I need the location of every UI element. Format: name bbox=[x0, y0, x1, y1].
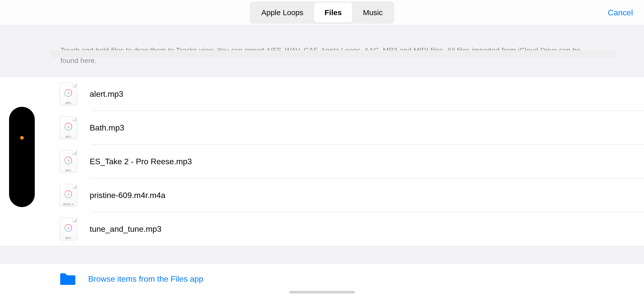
file-row[interactable]: ♪ MP3 Bath.mp3 bbox=[0, 111, 644, 145]
file-name: alert.mp3 bbox=[90, 89, 123, 99]
file-name: tune_and_tune.mp3 bbox=[90, 224, 162, 234]
file-type-label: MP3 bbox=[60, 102, 77, 105]
recording-indicator-dot bbox=[20, 136, 24, 140]
file-type-label: MP3 bbox=[60, 237, 77, 240]
audio-file-icon: ♪ MP3 bbox=[59, 83, 77, 105]
tab-files[interactable]: Files bbox=[314, 3, 352, 23]
audio-file-icon: ♪ MP3 bbox=[59, 116, 77, 139]
audio-file-icon: ♪ MP3 bbox=[59, 218, 77, 240]
home-indicator[interactable] bbox=[289, 291, 355, 293]
browse-files-label: Browse items from the Files app bbox=[88, 274, 203, 284]
audio-file-icon: ♪ MP3 bbox=[59, 150, 77, 173]
dynamic-island bbox=[9, 107, 35, 207]
search-field-bottom[interactable] bbox=[50, 50, 616, 58]
header-bar: Apple Loops Files Music Cancel bbox=[0, 0, 644, 25]
audio-file-icon: ♪ MPEG 4 bbox=[59, 184, 77, 207]
file-list: ♪ MP3 alert.mp3 ♪ MP3 Bath.mp3 ♪ MP3 ES_… bbox=[0, 77, 644, 246]
file-type-label: MPEG 4 bbox=[60, 203, 77, 206]
file-row[interactable]: ♪ MP3 alert.mp3 bbox=[0, 77, 644, 111]
tab-apple-loops[interactable]: Apple Loops bbox=[251, 3, 314, 23]
tab-music[interactable]: Music bbox=[352, 3, 393, 23]
folder-icon bbox=[59, 272, 76, 285]
section-spacer bbox=[0, 246, 644, 264]
file-row[interactable]: ♪ MP3 ES_Take 2 - Pro Reese.mp3 bbox=[0, 145, 644, 178]
file-type-label: MP3 bbox=[60, 135, 77, 138]
file-type-label: MP3 bbox=[60, 169, 77, 172]
file-name: pristine-609.m4r.m4a bbox=[90, 191, 166, 200]
file-row[interactable]: ♪ MP3 tune_and_tune.mp3 bbox=[0, 212, 644, 246]
info-section: Touch and hold files to drag them to Tra… bbox=[0, 25, 644, 77]
file-row[interactable]: ♪ MPEG 4 pristine-609.m4r.m4a bbox=[0, 178, 644, 212]
browse-files-app-button[interactable]: Browse items from the Files app bbox=[0, 264, 644, 294]
file-name: Bath.mp3 bbox=[90, 123, 124, 133]
file-name: ES_Take 2 - Pro Reese.mp3 bbox=[90, 157, 192, 166]
cancel-button[interactable]: Cancel bbox=[608, 8, 633, 17]
source-segmented-control: Apple Loops Files Music bbox=[250, 2, 394, 24]
